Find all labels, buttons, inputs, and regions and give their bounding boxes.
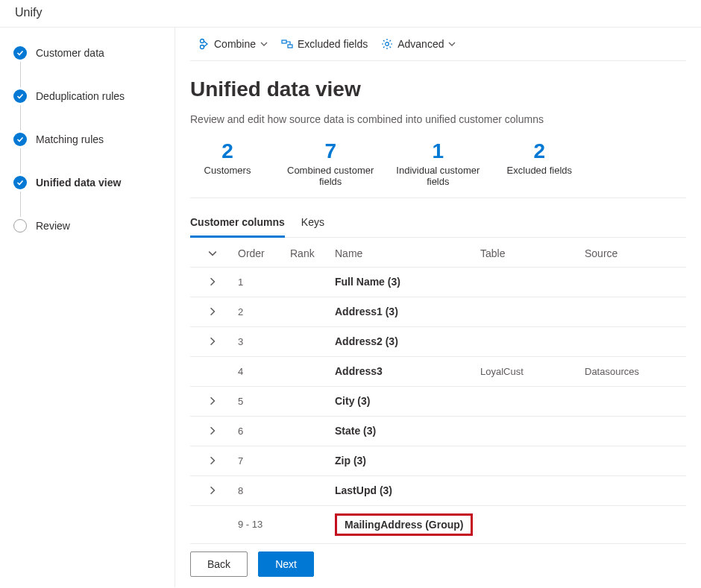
stat-card: 7Combined customer fields	[287, 140, 374, 197]
name-cell: Address2 (3)	[332, 328, 477, 355]
wizard-step-label: Matching rules	[36, 133, 104, 145]
field-name: MailingAddress (Group)	[345, 519, 463, 531]
main-content: Combine Excluded fields Advanced Unified…	[175, 28, 701, 587]
circle-icon	[13, 219, 27, 233]
table-cell	[477, 334, 582, 349]
table-cell	[477, 453, 582, 468]
next-label: Next	[275, 558, 297, 570]
source-cell	[582, 274, 686, 289]
name-cell: Full Name (3)	[332, 268, 477, 295]
field-name: Address3	[335, 365, 383, 377]
tab-customer-columns[interactable]: Customer columns	[190, 212, 285, 238]
page-subtitle: Review and edit how source data is combi…	[190, 113, 686, 125]
svg-point-0	[201, 39, 204, 43]
table-row[interactable]: 9 - 13MailingAddress (Group)	[190, 506, 686, 544]
name-cell: City (3)	[332, 388, 477, 414]
name-cell: MailingAddress (Group)	[332, 506, 477, 543]
toolbar: Combine Excluded fields Advanced	[190, 28, 686, 61]
advanced-button[interactable]: Advanced	[381, 38, 456, 50]
svg-point-4	[386, 42, 389, 46]
svg-rect-2	[282, 40, 286, 43]
order-cell: 1	[235, 269, 287, 295]
advanced-label: Advanced	[397, 38, 444, 50]
table-row[interactable]: 5City (3)	[190, 387, 686, 417]
order-cell: 8	[235, 478, 287, 504]
source-cell	[582, 393, 686, 408]
next-button[interactable]: Next	[258, 551, 314, 577]
chevron-right-icon	[208, 337, 217, 346]
rank-cell	[287, 483, 332, 498]
row-expander[interactable]	[190, 329, 235, 353]
wizard-step[interactable]: Matching rules	[13, 132, 175, 147]
name-cell: State (3)	[332, 417, 477, 444]
field-name: Address2 (3)	[335, 335, 398, 347]
excluded-fields-button[interactable]: Excluded fields	[281, 38, 368, 50]
col-source: Source	[582, 240, 686, 264]
table-row[interactable]: 4Address3LoyalCustDatasources	[190, 357, 686, 387]
table-row[interactable]: 6State (3)	[190, 417, 686, 446]
row-expander[interactable]	[190, 300, 235, 323]
tab-label: Customer columns	[190, 216, 285, 228]
chevron-right-icon	[208, 456, 217, 465]
rank-cell	[287, 423, 332, 438]
table-row[interactable]: 3Address2 (3)	[190, 327, 686, 357]
order-cell: 7	[235, 448, 287, 474]
chevron-right-icon	[208, 307, 217, 316]
chevron-right-icon	[208, 277, 217, 286]
order-cell: 9 - 13	[235, 511, 287, 537]
name-cell: Zip (3)	[332, 447, 477, 474]
table-row[interactable]: 2Address1 (3)	[190, 297, 686, 327]
layout: Customer dataDeduplication rulesMatching…	[0, 28, 701, 587]
wizard-step[interactable]: Deduplication rules	[13, 89, 175, 104]
wizard-step[interactable]: Review	[13, 218, 175, 233]
table-row[interactable]: 8LastUpd (3)	[190, 476, 686, 506]
wizard-step[interactable]: Customer data	[13, 45, 175, 60]
chevron-down-icon	[448, 40, 456, 48]
checkmark-icon	[13, 89, 27, 103]
table-cell	[477, 423, 582, 438]
stat-card: 2Customers	[190, 140, 265, 197]
table-row[interactable]: 7Zip (3)	[190, 446, 686, 476]
row-expander-empty	[190, 364, 235, 379]
stat-label: Customers	[190, 165, 265, 176]
order-cell: 5	[235, 388, 287, 414]
row-expander[interactable]	[190, 449, 235, 472]
combine-button[interactable]: Combine	[198, 38, 268, 50]
checkmark-icon	[13, 133, 27, 146]
rank-cell	[287, 364, 332, 379]
row-expander[interactable]	[190, 270, 235, 294]
wizard-footer: Back Next	[190, 551, 314, 577]
chevron-right-icon	[208, 396, 217, 405]
back-button[interactable]: Back	[190, 551, 248, 577]
row-expander[interactable]	[190, 478, 235, 502]
tab-keys[interactable]: Keys	[301, 212, 324, 237]
sort-toggle[interactable]	[190, 241, 235, 262]
stat-label: Individual customer fields	[396, 165, 480, 187]
col-order: Order	[235, 240, 287, 264]
app-title: Unify	[15, 6, 42, 19]
source-cell	[582, 517, 686, 532]
table-cell	[477, 517, 582, 532]
row-expander[interactable]	[190, 419, 235, 443]
stats-row: 2Customers7Combined customer fields1Indi…	[190, 140, 686, 198]
step-connector	[13, 60, 27, 89]
wizard-step-label: Review	[36, 220, 70, 232]
tab-label: Keys	[301, 216, 324, 228]
step-connector	[13, 147, 27, 175]
field-name: Zip (3)	[335, 455, 366, 467]
stat-value: 7	[287, 140, 374, 163]
order-cell: 4	[235, 358, 287, 385]
excluded-fields-icon	[281, 38, 293, 50]
source-cell	[582, 423, 686, 438]
field-name: Full Name (3)	[335, 276, 400, 288]
field-name: State (3)	[335, 425, 376, 437]
chevron-down-icon	[260, 40, 268, 48]
field-name: LastUpd (3)	[335, 484, 392, 496]
table-row[interactable]: 1Full Name (3)	[190, 268, 686, 297]
col-rank: Rank	[287, 240, 332, 264]
row-expander[interactable]	[190, 389, 235, 413]
table-cell: LoyalCust	[477, 358, 582, 385]
checkmark-icon	[13, 176, 27, 189]
wizard-step[interactable]: Unified data view	[13, 175, 175, 190]
rank-cell	[287, 304, 332, 319]
